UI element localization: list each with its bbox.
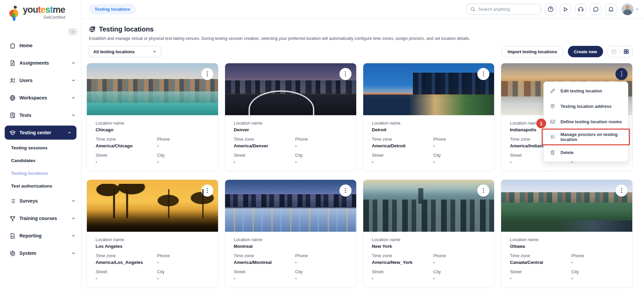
city-value: -: [572, 276, 624, 281]
field-label: City: [572, 269, 624, 274]
city-value: -: [157, 159, 209, 164]
card-menu-button[interactable]: ⋮: [615, 185, 628, 197]
home-icon: [9, 42, 16, 49]
tutorial-play-button[interactable]: [560, 4, 571, 15]
sidebar-item-reporting[interactable]: Reporting: [0, 227, 81, 244]
sidebar-item-system[interactable]: System: [0, 244, 81, 262]
chevron-down-icon: [71, 199, 76, 203]
chevron-down-icon: [71, 113, 76, 118]
globe-pin-icon: [89, 26, 96, 33]
card-menu-button[interactable]: ⋮: [201, 68, 213, 80]
sidebar-item-assignments[interactable]: Assignments: [0, 54, 81, 72]
menu-item-define-testing-location-rooms[interactable]: Define testing location rooms: [544, 114, 628, 129]
table-view-icon[interactable]: [611, 49, 617, 55]
location-name-value: Montreal: [234, 244, 347, 249]
time-zone-value: America/Denver: [234, 143, 295, 148]
city-value: -: [433, 276, 485, 281]
sidebar-item-testing-center[interactable]: Testing center: [5, 126, 76, 140]
card-menu-button-open[interactable]: ⋮: [615, 68, 628, 80]
sidebar-item-label: Surveys: [19, 198, 71, 204]
location-card-detroit: ⋮ Location nameDetroit Time zoneAmerica/…: [363, 63, 495, 171]
sidebar-item-users[interactable]: Users: [0, 72, 81, 89]
view-toggle: [607, 46, 633, 57]
field-label: Time zone: [96, 137, 157, 142]
sidebar-item-label: Training courses: [19, 216, 71, 221]
location-card-montreal: ⋮ Location nameMontreal Time zoneAmerica…: [225, 179, 357, 288]
card-menu-button[interactable]: ⋮: [477, 185, 489, 197]
field-label: Phone: [157, 137, 209, 142]
sidebar-item-tests[interactable]: Tests: [0, 106, 81, 124]
phone-value: -: [433, 143, 485, 148]
card-menu-button[interactable]: ⋮: [339, 185, 352, 197]
help-button[interactable]: [545, 4, 556, 15]
card-menu-button[interactable]: ⋮: [477, 68, 489, 80]
sidebar-item-label: Tests: [19, 113, 71, 118]
field-label: City: [295, 269, 347, 274]
time-zone-value: Canada/Central: [510, 260, 571, 265]
street-value: -: [510, 276, 571, 281]
location-image-denver: ⋮: [225, 63, 356, 115]
sidebar-collapse-button[interactable]: «: [68, 28, 77, 35]
chevron-down-icon: [152, 49, 157, 54]
chevron-down-icon: [635, 7, 639, 11]
breadcrumb[interactable]: Testing locations: [89, 4, 136, 14]
field-label: City: [295, 153, 347, 158]
sidebar-subitem-testing-sessions[interactable]: Testing sessions: [0, 141, 81, 154]
workspaces-icon: [9, 94, 16, 101]
create-new-button[interactable]: Create new: [568, 46, 603, 57]
users-icon: [9, 77, 16, 84]
menu-item-edit-testing-location[interactable]: Edit testing location: [544, 83, 628, 98]
location-name-value: Ottawa: [510, 244, 624, 249]
chevron-down-icon: [71, 216, 76, 221]
notifications-button[interactable]: [605, 4, 616, 15]
import-testing-locations-button[interactable]: Import testing locations: [501, 46, 563, 57]
sidebar-item-label: Workspaces: [19, 95, 71, 100]
sidebar-item-training-courses[interactable]: Training courses: [0, 210, 81, 227]
chat-icon: [593, 6, 599, 12]
messages-button[interactable]: [590, 4, 601, 15]
menu-item-manage-proctors[interactable]: Manage proctors on testing location: [544, 129, 628, 145]
location-image-detroit: ⋮: [363, 63, 494, 115]
chevron-down-icon: [71, 251, 76, 256]
phone-value: -: [157, 143, 209, 148]
time-zone-value: America/Montreal: [234, 260, 295, 265]
menu-item-testing-location-address[interactable]: Testing location address: [544, 98, 628, 114]
time-zone-value: America/Los_Angeles: [96, 260, 157, 265]
search-icon: [470, 7, 476, 12]
trash-icon: [550, 150, 556, 155]
card-menu-button[interactable]: ⋮: [201, 185, 213, 197]
pencil-icon: [550, 88, 556, 94]
user-menu[interactable]: [622, 3, 639, 15]
sidebar-item-label: Assignments: [19, 60, 71, 66]
field-label: Location name: [234, 121, 347, 126]
menu-item-delete[interactable]: Delete: [544, 145, 628, 160]
grid-view-icon[interactable]: [623, 49, 629, 55]
field-label: Street: [234, 269, 295, 274]
field-label: Street: [96, 153, 157, 158]
support-button[interactable]: [575, 4, 586, 15]
field-label: Location name: [234, 237, 347, 242]
card-menu-button[interactable]: ⋮: [339, 68, 352, 80]
chevron-down-icon: [71, 233, 76, 238]
field-label: Phone: [295, 253, 347, 258]
phone-value: -: [572, 260, 624, 265]
topbar: Testing locations: [82, 0, 644, 19]
menu-item-label: Manage proctors on testing location: [560, 132, 622, 142]
street-value: -: [96, 159, 157, 164]
sidebar-item-workspaces[interactable]: Workspaces: [0, 89, 81, 106]
field-label: Phone: [433, 253, 485, 258]
field-label: City: [157, 153, 209, 158]
field-label: Time zone: [234, 137, 295, 142]
sidebar-subitem-test-authorizations[interactable]: Test authorizations: [0, 179, 81, 192]
logo-wordmark: youtestme: [23, 5, 65, 14]
youtestme-logo-icon: [9, 5, 20, 21]
annotation-step-badge: 1: [536, 119, 546, 128]
search-box[interactable]: [467, 4, 541, 15]
sidebar-item-surveys[interactable]: Surveys: [0, 192, 81, 210]
sidebar-item-home[interactable]: Home: [0, 37, 81, 54]
location-filter-select[interactable]: All testing locations: [89, 46, 161, 57]
search-input[interactable]: [478, 7, 537, 12]
sidebar-subitem-testing-locations[interactable]: Testing locations: [0, 167, 81, 179]
sidebar-subitem-candidates[interactable]: Candidates: [0, 154, 81, 167]
field-label: Location name: [96, 121, 209, 126]
